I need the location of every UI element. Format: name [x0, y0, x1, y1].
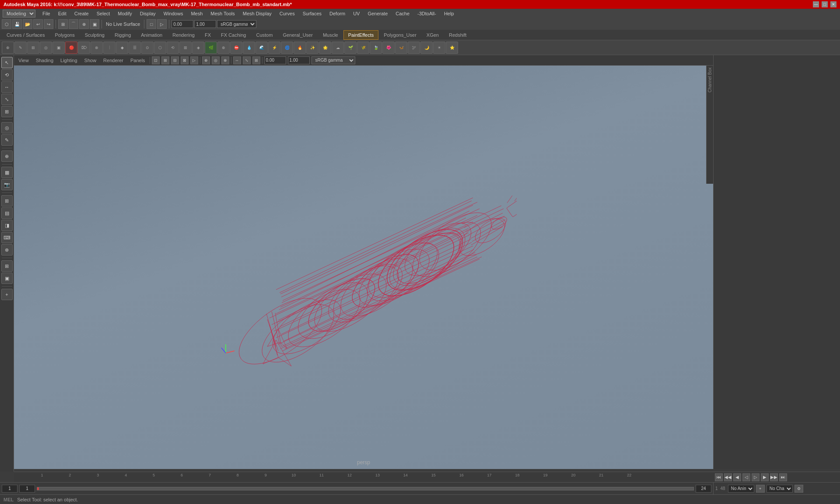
pb-next-key[interactable]: ▶: [761, 473, 769, 481]
menu-uv[interactable]: UV: [350, 10, 363, 17]
menu-help[interactable]: Help: [441, 10, 458, 17]
tab-animation[interactable]: Animation: [136, 30, 167, 40]
tab-xgen[interactable]: XGen: [422, 30, 444, 40]
panels-menu[interactable]: Panels: [128, 57, 148, 64]
frame-start-input[interactable]: [2, 485, 18, 493]
tool-camera[interactable]: 📷: [1, 179, 13, 190]
menu-3dtoall[interactable]: -3DtoAll-: [414, 10, 440, 17]
shelf-icon-25[interactable]: ✨: [306, 42, 318, 54]
shelf-icon-13[interactable]: ⬡: [154, 42, 166, 54]
show-menu[interactable]: Show: [82, 57, 99, 64]
menu-modify[interactable]: Modify: [114, 10, 135, 17]
toolbar-redo[interactable]: ↪: [44, 19, 53, 29]
shelf-icon-32[interactable]: 🦋: [395, 42, 407, 54]
menu-display[interactable]: Display: [136, 10, 159, 17]
shelf-icon-23[interactable]: 🌀: [281, 42, 293, 54]
shelf-icon-17[interactable]: 🌿: [205, 42, 217, 54]
tool-paint[interactable]: ✎: [1, 134, 13, 146]
menu-curves[interactable]: Curves: [276, 10, 298, 17]
tab-polygons[interactable]: Polygons: [50, 30, 79, 40]
value2-input[interactable]: [194, 20, 216, 28]
renderer-menu[interactable]: Renderer: [101, 57, 126, 64]
anim-layer-btn[interactable]: +: [756, 485, 765, 493]
toolbar-snap-surface[interactable]: ▣: [90, 19, 99, 29]
toolbar-select[interactable]: ⬡: [2, 19, 11, 29]
maximize-button[interactable]: □: [822, 1, 828, 7]
tool-scale[interactable]: ⊞: [1, 106, 13, 117]
lighting-menu[interactable]: Lighting: [58, 57, 80, 64]
tool-misc-2[interactable]: ▣: [1, 273, 13, 284]
shelf-icon-15[interactable]: ⊞: [179, 42, 192, 54]
tab-fx-caching[interactable]: FX Caching: [216, 30, 251, 40]
toolbar-snap-grid[interactable]: ⊞: [58, 19, 68, 29]
menu-edit[interactable]: Edit: [55, 10, 70, 17]
shelf-icon-33[interactable]: 🕊: [408, 42, 420, 54]
vt-btn-11[interactable]: ⊞: [252, 56, 260, 64]
tool-misc-1[interactable]: ⊞: [1, 260, 13, 272]
tool-layer[interactable]: ▤: [1, 207, 13, 219]
vt-btn-1[interactable]: ⊡: [152, 56, 160, 64]
vt-btn-7[interactable]: ◎: [212, 56, 220, 64]
menu-surfaces[interactable]: Surfaces: [299, 10, 325, 17]
pb-next-frame[interactable]: ▶▶: [770, 473, 778, 481]
menu-mesh[interactable]: Mesh: [187, 10, 206, 17]
character-set-btn[interactable]: ⚙: [794, 485, 803, 493]
tool-grid[interactable]: ⊞: [1, 195, 13, 206]
tab-custom[interactable]: Custom: [252, 30, 278, 40]
shelf-icon-30[interactable]: 🍃: [370, 42, 382, 54]
shelf-icon-3[interactable]: ⊞: [27, 42, 39, 54]
vt-btn-8[interactable]: ⊗: [221, 56, 229, 64]
toolbar-undo[interactable]: ↩: [33, 19, 43, 29]
tool-move[interactable]: ↔: [1, 81, 13, 93]
pb-prev-key[interactable]: ◀: [733, 473, 741, 481]
timeline[interactable]: 1 2 3 4 5 6 7 8 9 10 11 12 13 14 15 16 1…: [14, 472, 713, 482]
menu-select[interactable]: Select: [93, 10, 114, 17]
view-menu[interactable]: View: [16, 57, 32, 64]
menu-cache[interactable]: Cache: [392, 10, 413, 17]
minimize-button[interactable]: —: [813, 1, 819, 7]
shelf-icon-35[interactable]: ☀: [433, 42, 445, 54]
tool-display[interactable]: ◨: [1, 220, 13, 231]
tool-input[interactable]: ⌨: [1, 232, 13, 243]
shelf-icon-6[interactable]: 🔴: [65, 42, 77, 54]
menu-generate[interactable]: Generate: [364, 10, 391, 17]
shading-menu[interactable]: Shading: [33, 57, 56, 64]
pb-skip-end[interactable]: ⏭: [779, 473, 787, 481]
shelf-icon-34[interactable]: 🌙: [420, 42, 433, 54]
shelf-icon-27[interactable]: ☁: [332, 42, 344, 54]
vt-btn-5[interactable]: ▷: [190, 56, 198, 64]
tab-painteffects[interactable]: PaintEffects: [343, 30, 379, 40]
tab-rigging[interactable]: Rigging: [110, 30, 136, 40]
shelf-icon-31[interactable]: 🌺: [382, 42, 395, 54]
mode-dropdown[interactable]: Modeling: [3, 10, 35, 18]
shelf-icon-29[interactable]: 🌾: [357, 42, 369, 54]
shelf-icon-12[interactable]: ⊙: [141, 42, 154, 54]
shelf-icon-1[interactable]: ⊕: [2, 42, 14, 54]
shelf-icon-36[interactable]: ⭐: [446, 42, 458, 54]
menu-mesh-tools[interactable]: Mesh Tools: [207, 10, 238, 17]
shelf-icon-21[interactable]: 🌊: [256, 42, 268, 54]
vt-btn-4[interactable]: ⊠: [181, 56, 189, 64]
character-set-dropdown[interactable]: No Character Set: [766, 485, 793, 493]
tool-soft-select[interactable]: ◎: [1, 122, 13, 133]
gamma-dropdown[interactable]: sRGB gamma: [312, 56, 355, 64]
toolbar-save[interactable]: 💾: [12, 19, 22, 29]
shelf-icon-26[interactable]: 🌟: [319, 42, 331, 54]
tab-curves-surfaces[interactable]: Curves / Surfaces: [2, 30, 49, 40]
anim-layer-dropdown[interactable]: No Anim Layer: [728, 485, 754, 493]
menu-create[interactable]: Create: [71, 10, 92, 17]
pb-play-back[interactable]: ◁: [742, 473, 750, 481]
tool-add[interactable]: +: [1, 289, 13, 300]
frame-end-input[interactable]: [696, 485, 711, 493]
value2-vt[interactable]: [288, 56, 310, 64]
tab-general-user[interactable]: General_User: [278, 30, 317, 40]
shelf-icon-22[interactable]: ⚡: [268, 42, 280, 54]
shelf-icon-19[interactable]: ⛔: [230, 42, 242, 54]
shelf-icon-7[interactable]: ⌦: [78, 42, 90, 54]
tab-redshift[interactable]: Redshift: [444, 30, 471, 40]
pb-prev-frame[interactable]: ◀◀: [724, 473, 732, 481]
shelf-icon-20[interactable]: 💧: [243, 42, 255, 54]
menu-deform[interactable]: Deform: [326, 10, 349, 17]
value1-vt[interactable]: [264, 56, 286, 64]
toolbar-open[interactable]: 📂: [23, 19, 32, 29]
